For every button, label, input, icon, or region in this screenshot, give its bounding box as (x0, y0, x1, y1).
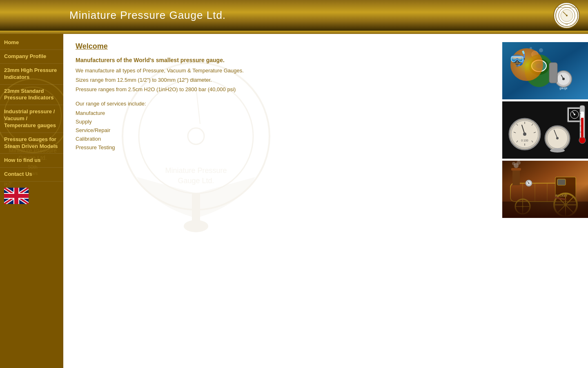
svg-point-73 (579, 137, 586, 144)
svg-point-38 (536, 63, 542, 68)
svg-point-93 (554, 193, 577, 216)
svg-point-106 (528, 183, 530, 184)
svg-text:ROCKET: ROCKET (555, 194, 568, 197)
nav-steam[interactable]: Pressure Gauges for Steam Driven Models (0, 133, 63, 154)
header: Miniature Pressure Gauge Ltd. Miniature … (0, 0, 588, 31)
svg-rect-44 (549, 63, 557, 83)
service-testing: Pressure Testing (76, 144, 486, 150)
page-layout: Miniature Pressure Gauge Ltd. 50th years… (0, 34, 588, 368)
logo: Miniature Pressure Gauge Ltd. (553, 2, 580, 29)
paragraph-pressure: Pressure ranges from 2.5cm H2O (1inH2O) … (76, 86, 486, 92)
gauges-image: 0 100 (502, 101, 588, 159)
service-manufacture: Manufacture (76, 110, 486, 116)
svg-text:Gauge Ltd.: Gauge Ltd. (178, 177, 214, 185)
service-supply: Supply (76, 119, 486, 125)
svg-point-42 (562, 78, 565, 80)
nav-find-us[interactable]: How to find us (0, 154, 63, 168)
svg-rect-80 (510, 183, 559, 202)
svg-point-62 (556, 137, 559, 139)
svg-rect-79 (502, 202, 588, 218)
svg-rect-72 (581, 118, 584, 138)
services-heading: Our range of services include: (76, 101, 486, 107)
steam-image: ROCKET (502, 161, 588, 218)
tagline: Manufacturers of the World's smallest pr… (76, 57, 486, 63)
nav-industrial[interactable]: Industrial pressure / Vacuum / Temperatu… (0, 105, 63, 133)
svg-rect-26 (192, 193, 200, 226)
nav-23mm-high-pressure[interactable]: 23mm High Pressure Indicators (0, 64, 63, 85)
svg-rect-91 (557, 179, 566, 185)
welcome-heading: Welcome (76, 42, 486, 51)
svg-text:0   100: 0 100 (521, 139, 528, 142)
svg-rect-85 (512, 169, 520, 185)
site-title: Miniature Pressure Gauge Ltd. (69, 9, 226, 22)
svg-rect-64 (553, 150, 561, 152)
svg-text:Miniature Pressure: Miniature Pressure (165, 166, 227, 175)
sidebar: Miniature Pressure Gauge Ltd. 50th years… (0, 34, 63, 368)
svg-point-99 (515, 199, 530, 214)
service-repair: Service/Repair (76, 127, 486, 133)
svg-point-34 (530, 47, 532, 49)
svg-line-98 (557, 197, 574, 213)
nav-contact[interactable]: Contact Us (0, 168, 63, 182)
svg-point-88 (517, 161, 521, 165)
svg-point-69 (574, 114, 575, 115)
svg-point-89 (512, 162, 515, 165)
images-column: gauge (498, 34, 588, 368)
paragraph-manufacture: We manufacture all types of Pressure, Va… (76, 67, 486, 74)
svg-text:Miniature Pressure Gauge: Miniature Pressure Gauge (557, 6, 576, 8)
service-calibration: Calibration (76, 136, 486, 142)
svg-point-27 (184, 220, 208, 232)
svg-point-100 (522, 206, 523, 207)
header-divider (0, 31, 588, 34)
svg-point-94 (564, 204, 567, 206)
nav-23mm-standard[interactable]: 23mm Standard Pressure Indicators (0, 85, 63, 105)
svg-rect-22 (4, 194, 29, 198)
paragraph-sizes: Sizes range from 12.5mm (1/2") to 300mm … (76, 77, 486, 83)
svg-line-107 (555, 197, 566, 200)
svg-point-37 (532, 60, 546, 72)
svg-point-33 (539, 48, 543, 52)
flag-container (0, 182, 63, 212)
svg-rect-86 (511, 168, 521, 171)
main-content: Miniature Pressure Gauge Ltd. Welcome Ma… (63, 34, 498, 368)
nav-home[interactable]: Home (0, 36, 63, 50)
svg-rect-81 (510, 183, 559, 202)
uk-flag (4, 188, 29, 204)
svg-text:Ltd.: Ltd. (565, 23, 568, 25)
svg-text:gauge: gauge (559, 87, 568, 90)
svg-point-32 (532, 51, 538, 58)
svg-line-97 (557, 197, 574, 213)
diver-image: gauge (502, 42, 588, 99)
svg-point-4 (566, 15, 568, 16)
nav-company-profile[interactable]: Company Profile (0, 50, 63, 64)
svg-point-57 (523, 132, 526, 136)
